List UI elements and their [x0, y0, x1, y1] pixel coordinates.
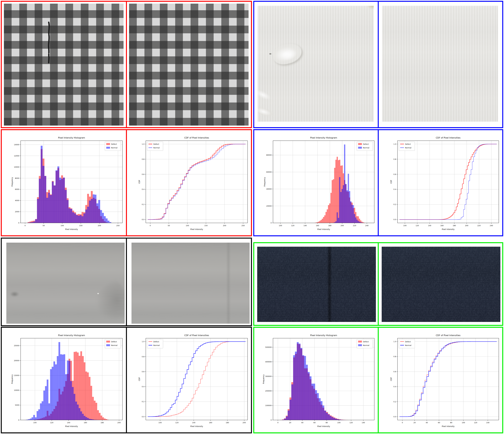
- svg-text:0.8: 0.8: [142, 158, 144, 160]
- svg-text:20000: 20000: [266, 205, 272, 207]
- svg-text:Frequency: Frequency: [11, 374, 13, 384]
- svg-text:Defect: Defect: [363, 143, 369, 145]
- normal-image-cell: [127, 2, 251, 127]
- svg-text:0: 0: [18, 419, 19, 421]
- svg-text:250: 250: [241, 225, 245, 226]
- svg-text:12000: 12000: [14, 155, 19, 157]
- svg-text:CDF: CDF: [390, 377, 392, 381]
- svg-text:CDF: CDF: [390, 180, 392, 184]
- cdf-cell: 1001201401601802000.00.20.40.60.81.0Pixe…: [127, 328, 251, 432]
- svg-text:0.0: 0.0: [393, 218, 396, 220]
- svg-text:Pixel Intensity Histogram: Pixel Intensity Histogram: [310, 334, 337, 337]
- svg-text:0.6: 0.6: [142, 173, 144, 175]
- svg-text:100: 100: [337, 422, 341, 424]
- svg-text:100: 100: [158, 422, 162, 424]
- svg-text:40000: 40000: [266, 188, 272, 190]
- fray-threads: [258, 88, 272, 102]
- defect-image-cell: [254, 243, 378, 325]
- svg-text:500000: 500000: [265, 346, 272, 348]
- chart-pair-box: 0204060801001201400100000200000300000400…: [253, 327, 503, 433]
- svg-text:100: 100: [403, 225, 406, 226]
- pixel-intensity-histogram: 1001201401601802002202400200004000060000…: [254, 130, 378, 235]
- svg-text:CDF of Pixel Intensities: CDF of Pixel Intensities: [184, 334, 209, 337]
- svg-text:0.0: 0.0: [142, 416, 144, 418]
- svg-text:60: 60: [314, 422, 315, 424]
- histogram-cell: 1001201401601802002202400200004000060000…: [254, 130, 378, 235]
- svg-text:50: 50: [43, 225, 45, 226]
- svg-text:100: 100: [279, 225, 282, 226]
- svg-text:100: 100: [186, 225, 189, 226]
- svg-text:240: 240: [490, 225, 493, 226]
- white-weave-defect-fabric-image: [258, 6, 374, 121]
- svg-text:0.8: 0.8: [393, 158, 396, 160]
- pixel-intensity-histogram: 0204060801001201400100000200000300000400…: [254, 328, 378, 432]
- svg-text:300000: 300000: [265, 375, 272, 377]
- texture-pair-box: [253, 1, 503, 128]
- defect-image-cell: [2, 2, 126, 127]
- svg-text:Normal: Normal: [153, 344, 160, 346]
- gingham-normal-fabric-image: [129, 4, 249, 126]
- svg-text:CDF of Pixel Intensities: CDF of Pixel Intensities: [436, 334, 460, 337]
- fabric-grain-noise: [382, 6, 498, 121]
- svg-text:Normal: Normal: [111, 147, 117, 149]
- defect-scratch-mark: [4, 4, 124, 126]
- svg-text:10000: 10000: [14, 166, 19, 168]
- gingham-defect-fabric-image: [4, 4, 124, 126]
- svg-text:0.4: 0.4: [142, 386, 144, 388]
- svg-text:Normal: Normal: [153, 147, 160, 149]
- quadrant-gingham: 0501001502002500200040006000800010000120…: [1, 1, 252, 236]
- svg-text:Pixel Intensity Histogram: Pixel Intensity Histogram: [58, 136, 85, 139]
- quadrant-gray-cloth: 1001201401601802000500010000150002000025…: [1, 238, 252, 433]
- svg-text:0.2: 0.2: [142, 401, 144, 403]
- svg-text:120: 120: [175, 422, 179, 424]
- svg-text:4000: 4000: [15, 199, 19, 201]
- fabric-grain-noise: [382, 247, 500, 322]
- svg-text:100: 100: [61, 225, 64, 226]
- denim-normal-fabric-image: [382, 247, 500, 322]
- svg-text:0: 0: [270, 222, 272, 224]
- defect-image-cell: [2, 239, 126, 325]
- svg-text:Pixel Intensity: Pixel Intensity: [190, 228, 203, 230]
- svg-text:100000: 100000: [265, 405, 272, 407]
- svg-text:Defect: Defect: [405, 143, 411, 145]
- fabric-grain-noise: [258, 6, 374, 121]
- svg-text:Defect: Defect: [111, 143, 117, 145]
- cdf-cell: 0501001502002500.00.20.40.60.81.0Pixel I…: [127, 130, 251, 235]
- svg-text:240: 240: [365, 225, 369, 226]
- svg-text:100: 100: [33, 422, 36, 424]
- svg-text:140: 140: [67, 422, 70, 424]
- defect-dark-band: [327, 247, 332, 322]
- cdf-chart: 1001201401601802000.00.20.40.60.81.0Pixe…: [127, 328, 251, 432]
- svg-text:180: 180: [453, 225, 456, 226]
- svg-text:5000: 5000: [15, 404, 19, 406]
- histogram-cell: 0204060801001201400100000200000300000400…: [254, 328, 378, 432]
- svg-text:1.0: 1.0: [393, 143, 396, 145]
- svg-text:0.4: 0.4: [142, 188, 144, 190]
- svg-text:80: 80: [325, 422, 328, 424]
- gray-cloth-defect-fabric-image: [6, 243, 125, 324]
- white-weave-normal-fabric-image: [382, 6, 498, 121]
- svg-text:0.6: 0.6: [393, 371, 396, 373]
- fabric-grain-noise: [129, 4, 249, 126]
- svg-text:0.4: 0.4: [393, 386, 396, 388]
- normal-image-cell: [379, 243, 502, 325]
- svg-text:Pixel Intensity: Pixel Intensity: [317, 425, 330, 427]
- panel-divider: [378, 2, 379, 127]
- cdf-cell: 1001201401601802002202400.00.20.40.60.81…: [379, 130, 502, 235]
- cdf-chart: 1001201401601802002202400.00.20.40.60.81…: [379, 130, 502, 235]
- svg-text:0: 0: [402, 422, 403, 424]
- svg-text:8000: 8000: [15, 177, 19, 179]
- svg-text:140: 140: [362, 422, 365, 424]
- svg-text:200: 200: [341, 225, 344, 226]
- svg-text:200000: 200000: [265, 390, 272, 392]
- svg-text:100: 100: [462, 422, 465, 424]
- svg-text:CDF of Pixel Intensities: CDF of Pixel Intensities: [436, 136, 460, 139]
- quadrant-denim: 0204060801001201400100000200000300000400…: [253, 242, 503, 433]
- svg-text:Pixel Intensity: Pixel Intensity: [317, 228, 330, 230]
- svg-text:20: 20: [289, 422, 291, 424]
- fabric-grain-noise: [4, 4, 124, 126]
- svg-text:120: 120: [50, 422, 54, 424]
- svg-text:25000: 25000: [14, 344, 19, 347]
- svg-text:0.2: 0.2: [393, 203, 396, 205]
- svg-text:0.4: 0.4: [393, 188, 396, 190]
